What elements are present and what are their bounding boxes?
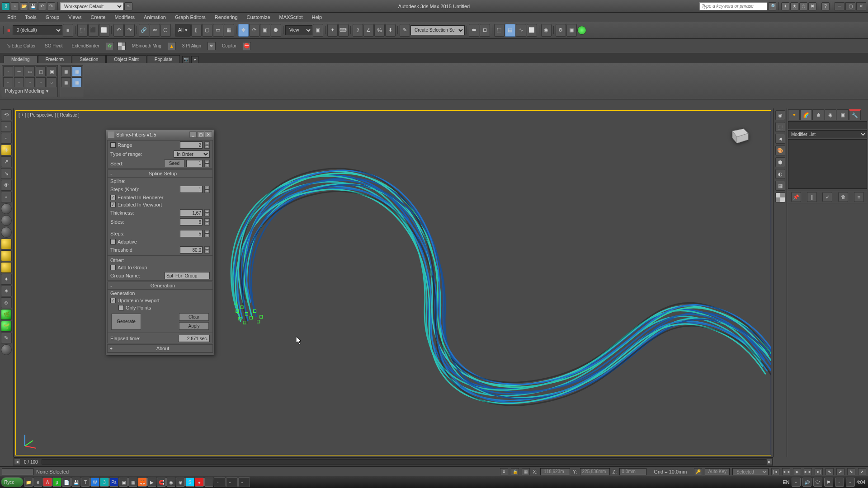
- tab-object-paint[interactable]: Object Paint: [106, 55, 146, 63]
- lt-sun-icon[interactable]: [1, 239, 12, 249]
- rp-vertex-icon[interactable]: ·: [3, 66, 13, 76]
- modifier-stack[interactable]: [788, 139, 867, 189]
- material-editor-icon[interactable]: ◉: [541, 24, 552, 37]
- tl-track[interactable]: [42, 459, 766, 465]
- play-icon[interactable]: ▶: [793, 468, 801, 475]
- spinner-snap-icon[interactable]: ⬍: [385, 24, 396, 37]
- tl-right-icon[interactable]: ►: [766, 459, 773, 465]
- rt-float-icon[interactable]: ⬚: [775, 122, 785, 132]
- tb-skype-icon[interactable]: S: [185, 478, 194, 487]
- tb-ps-icon[interactable]: Ps: [109, 478, 118, 487]
- menu-tools[interactable]: Tools: [21, 14, 40, 21]
- sel-lock-icon[interactable]: ⬍: [500, 468, 508, 475]
- exchange-icon[interactable]: ✦: [781, 2, 789, 10]
- help-icon[interactable]: ?: [821, 2, 830, 10]
- lt-brush-icon[interactable]: ✎: [1, 333, 12, 343]
- rp-i4[interactable]: ▫: [36, 77, 46, 87]
- cp-tab-display[interactable]: ▣: [837, 109, 849, 120]
- menu-views[interactable]: Views: [65, 14, 85, 21]
- lt-rotate-icon[interactable]: ⟲: [1, 109, 12, 120]
- rt-item-icon[interactable]: ⬢: [775, 157, 785, 167]
- edge-cutter-item[interactable]: 's Edge Cutter: [5, 42, 38, 49]
- tb-chrome2-icon[interactable]: ◉: [176, 478, 185, 487]
- tb-app3[interactable]: ▫: [238, 477, 250, 487]
- about-header[interactable]: About: [114, 346, 212, 351]
- bind-space-icon[interactable]: ⬡: [160, 24, 171, 37]
- schematic-icon[interactable]: ⬜: [527, 24, 537, 37]
- sides-spinner[interactable]: [180, 218, 203, 225]
- cp-tab-hierarchy[interactable]: ⋔: [812, 109, 824, 120]
- menu-group[interactable]: Group: [42, 14, 63, 21]
- select-rotate-icon[interactable]: ⟳: [249, 24, 259, 37]
- viewcube[interactable]: [726, 124, 753, 147]
- apply-button[interactable]: Apply: [179, 322, 209, 330]
- key-mode-dropdown[interactable]: Selected: [732, 468, 769, 475]
- tray-shield-icon[interactable]: 🛡: [813, 478, 822, 487]
- stop-icon[interactable]: ⛔: [243, 42, 251, 50]
- pt-align-item[interactable]: 3 Pt Align: [179, 42, 204, 49]
- auto-key-button[interactable]: Auto Key: [705, 468, 730, 475]
- lt-sphere2-icon[interactable]: [1, 215, 12, 226]
- lt-box3-icon[interactable]: ▫: [1, 192, 12, 202]
- tl-left-icon[interactable]: ◄: [14, 459, 20, 465]
- tab-modeling[interactable]: Modeling: [4, 55, 38, 63]
- link-icon2[interactable]: ⚭: [208, 42, 216, 50]
- curve-editor-icon[interactable]: ∿: [516, 24, 526, 37]
- select-place-icon[interactable]: ⬢: [271, 24, 281, 37]
- unlink2-icon[interactable]: ⚮: [150, 24, 160, 37]
- tab-selection[interactable]: Selection: [72, 55, 106, 63]
- cp-tab-modify[interactable]: 🌈: [800, 109, 812, 120]
- tb-pdf-icon[interactable]: A: [43, 478, 52, 487]
- tray-flag-icon[interactable]: ⚑: [824, 478, 833, 487]
- generate-button[interactable]: Generate: [111, 314, 141, 330]
- use-center-icon[interactable]: ▣: [313, 24, 323, 37]
- rt-img-icon[interactable]: ▦: [775, 181, 785, 191]
- dialog-titlebar[interactable]: Spline-Fibers v1.5 _ ▢ ✕: [106, 130, 214, 139]
- layers-icon[interactable]: ⬚: [494, 24, 505, 37]
- range-spinner[interactable]: [180, 141, 203, 149]
- manipulate-icon[interactable]: ✦: [327, 24, 338, 37]
- lt-flare-icon[interactable]: ✶: [1, 286, 12, 296]
- seed-spinner[interactable]: [186, 160, 203, 167]
- tray-net-icon[interactable]: ▫: [792, 478, 801, 487]
- x-field[interactable]: [540, 468, 570, 475]
- remove-mod-icon[interactable]: 🗑: [838, 192, 848, 202]
- menu-create[interactable]: Create: [87, 14, 109, 21]
- clear-button[interactable]: Clear: [179, 313, 209, 321]
- save-icon[interactable]: 💾: [29, 2, 37, 10]
- nav2-icon[interactable]: ⬈: [836, 468, 844, 475]
- steps-knot-spinner[interactable]: [180, 186, 203, 193]
- sel-color-swatch[interactable]: [2, 468, 33, 475]
- redo-icon[interactable]: ↷: [47, 2, 55, 10]
- tb-rec-icon[interactable]: ●: [195, 478, 204, 487]
- community-icon[interactable]: ✖: [808, 2, 816, 10]
- object-name-field[interactable]: [788, 121, 867, 129]
- nav1-icon[interactable]: ⬉: [826, 468, 834, 475]
- rt-sel-lock-icon[interactable]: ◉: [775, 110, 785, 120]
- rp-i1[interactable]: ▫: [3, 77, 13, 87]
- lt-box2-icon[interactable]: ▫: [1, 133, 12, 144]
- workspace-arrow-icon[interactable]: »: [124, 2, 132, 10]
- seed-button[interactable]: Seed: [164, 160, 184, 167]
- rp-edge-icon[interactable]: ─: [14, 66, 24, 76]
- select-scale-icon[interactable]: ▣: [260, 24, 270, 37]
- tray-i1-icon[interactable]: ▫: [835, 478, 844, 487]
- tb-wmp-icon[interactable]: ▶: [147, 478, 156, 487]
- layer-dropdown[interactable]: 0 (default): [13, 25, 62, 35]
- pin-stack-icon[interactable]: 📌: [791, 192, 801, 202]
- tab-camera-icon[interactable]: 📷: [182, 56, 189, 63]
- lt-dec-icon[interactable]: ↘: [1, 168, 12, 179]
- render-icon[interactable]: [577, 26, 586, 35]
- dialog-maximize[interactable]: ▢: [197, 131, 204, 138]
- rt-checker-icon[interactable]: [775, 192, 785, 202]
- minimize-button[interactable]: ─: [835, 2, 844, 10]
- menu-customize[interactable]: Customize: [243, 14, 274, 21]
- maximize-button[interactable]: ▢: [845, 2, 855, 10]
- warn-icon[interactable]: ▲: [168, 42, 176, 50]
- menu-help[interactable]: Help: [308, 14, 326, 21]
- lock-icon[interactable]: 🔒: [511, 468, 519, 475]
- tb-blank-icon[interactable]: [204, 478, 213, 487]
- menu-animation[interactable]: Animation: [140, 14, 170, 21]
- tray-vol-icon[interactable]: 🔊: [802, 478, 811, 487]
- named-sel-dropdown[interactable]: Create Selection Se: [410, 25, 465, 35]
